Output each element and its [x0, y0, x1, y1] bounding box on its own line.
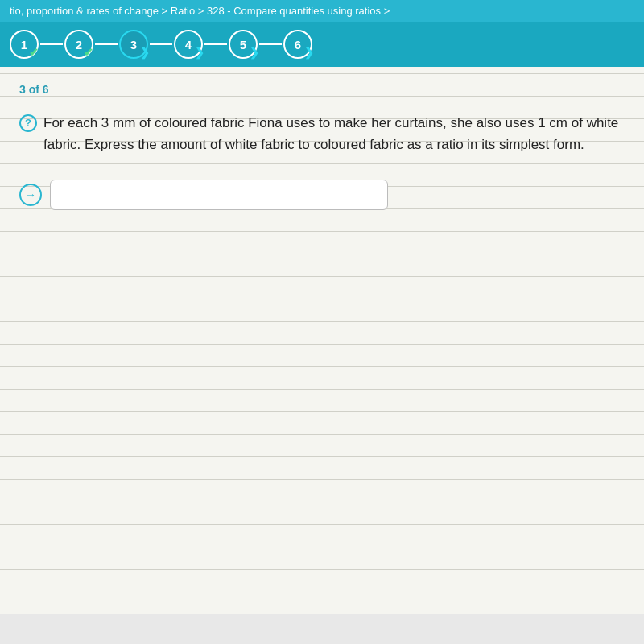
step-circle-6[interactable]: 6 ❯ [283, 30, 312, 59]
step-circle-5[interactable]: 5 ❯ [229, 30, 258, 59]
step-circle-4[interactable]: 4 ❯ [174, 30, 203, 59]
step-item-3[interactable]: 3 ❯ [119, 30, 148, 59]
step-circle-2[interactable]: 2 ✔ [64, 30, 93, 59]
check-icon-2: ✔ [84, 46, 93, 59]
chevron-icon-3: ❯ [140, 46, 150, 59]
question-block: ? For each 3 mm of coloured fabric Fiona… [19, 112, 625, 155]
step-item-4[interactable]: 4 ❯ [174, 30, 203, 59]
step-connector-4-5 [204, 43, 227, 45]
question-count: 3 of 6 [19, 83, 625, 96]
content-area: 3 of 6 ? For each 3 mm of coloured fabri… [0, 67, 644, 614]
step-circle-1[interactable]: 1 ✔ [10, 30, 39, 59]
chevron-icon-4: ❯ [195, 46, 204, 59]
answer-row: → [19, 180, 625, 210]
breadcrumb: tio, proportion & rates of change > Rati… [0, 0, 644, 22]
chevron-icon-5: ❯ [250, 46, 259, 59]
step-connector-2-3 [95, 43, 118, 45]
step-item-1[interactable]: 1 ✔ [10, 30, 39, 59]
step-connector-3-4 [150, 43, 172, 45]
answer-input[interactable] [50, 180, 388, 210]
chevron-icon-6: ❯ [304, 46, 314, 59]
question-help-icon[interactable]: ? [19, 114, 37, 132]
question-body-text: For each 3 mm of coloured fabric Fiona u… [43, 112, 625, 155]
step-connector-1-2 [40, 43, 63, 45]
step-item-2[interactable]: 2 ✔ [64, 30, 93, 59]
question-text: ? For each 3 mm of coloured fabric Fiona… [19, 112, 625, 155]
step-item-5[interactable]: 5 ❯ [229, 30, 258, 59]
step-item-6[interactable]: 6 ❯ [283, 30, 312, 59]
step-connector-5-6 [259, 43, 282, 45]
check-icon-1: ✔ [29, 46, 39, 59]
step-circle-3[interactable]: 3 ❯ [119, 30, 148, 59]
answer-submit-arrow[interactable]: → [19, 184, 42, 206]
progress-bar: 1 ✔ 2 ✔ 3 ❯ 4 ❯ 5 ❯ 6 [0, 22, 644, 67]
